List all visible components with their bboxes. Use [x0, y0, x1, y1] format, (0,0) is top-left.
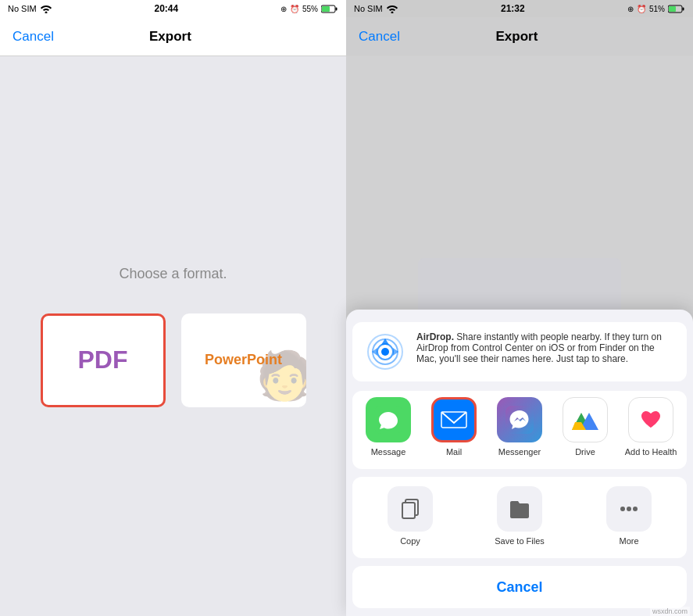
right-no-sim-label: No SIM [354, 4, 383, 13]
right-nav-bar: Cancel Export [346, 17, 693, 56]
action-row: Copy Save to Files [352, 477, 687, 558]
no-sim-label: No SIM [8, 4, 37, 13]
drive-app-icon [563, 397, 608, 442]
svg-rect-3 [322, 6, 330, 12]
choose-format-label: Choose a format. [119, 266, 227, 282]
left-cancel-button[interactable]: Cancel [13, 29, 54, 45]
messages-svg [374, 406, 402, 434]
right-battery-label: 51% [649, 5, 665, 13]
mail-app-icon [431, 397, 477, 442]
drive-label: Drive [575, 447, 595, 457]
messenger-svg [505, 406, 534, 434]
right-battery-icon [668, 5, 685, 13]
health-app-icon [628, 397, 673, 442]
wifi-icon [40, 4, 52, 13]
more-icon [606, 486, 652, 532]
save-files-icon [497, 486, 542, 532]
format-cards: PDF PowerPoint 🧑 [41, 313, 306, 407]
svg-point-23 [620, 507, 625, 511]
right-time: 21:32 [501, 3, 525, 14]
app-item-messenger[interactable]: Messenger [492, 397, 547, 457]
copy-svg [398, 496, 423, 521]
watermark: wsxdn.com [650, 607, 690, 616]
app-row: Message Mail [352, 391, 687, 469]
share-sheet: AirDrop. Share instantly with people nea… [346, 310, 693, 616]
messenger-label: Messenger [498, 447, 541, 457]
messenger-app-icon [497, 397, 542, 442]
right-alarm-icon: ⏰ [637, 5, 646, 13]
svg-rect-22 [402, 503, 415, 518]
right-wifi-icon [386, 4, 398, 13]
left-status-right: ⊕ ⏰ 55% [280, 5, 338, 13]
copy-icon [388, 486, 433, 532]
pdf-label: PDF [78, 346, 128, 374]
health-label: Add to Health [625, 447, 677, 457]
svg-point-4 [391, 12, 393, 14]
left-screen: No SIM 20:44 ⊕ ⏰ 55% Cancel Export Choos… [0, 0, 346, 616]
right-nav-title: Export [496, 29, 538, 45]
action-item-more[interactable]: More [598, 486, 660, 546]
mail-label: Mail [446, 447, 462, 457]
mail-svg [440, 409, 468, 431]
save-files-label: Save to Files [495, 536, 545, 546]
messages-label: Message [371, 447, 406, 457]
left-status-bar: No SIM 20:44 ⊕ ⏰ 55% [0, 0, 346, 17]
more-svg [616, 496, 641, 521]
app-item-mail[interactable]: Mail [427, 397, 481, 457]
svg-point-0 [45, 12, 47, 14]
powerpoint-format-card[interactable]: PowerPoint 🧑 [181, 313, 306, 407]
svg-point-11 [381, 348, 389, 356]
location-icon: ⊕ [280, 5, 287, 13]
svg-rect-2 [336, 7, 338, 10]
app-item-drive[interactable]: Drive [558, 397, 613, 457]
svg-point-25 [633, 507, 638, 511]
right-status-carrier: No SIM [354, 4, 398, 13]
health-svg [637, 406, 665, 434]
airdrop-text: AirDrop. Share instantly with people nea… [416, 331, 674, 367]
right-location-icon: ⊕ [627, 5, 634, 13]
airdrop-section[interactable]: AirDrop. Share instantly with people nea… [352, 322, 687, 381]
right-cancel-button[interactable]: Cancel [359, 29, 400, 45]
left-time: 20:44 [154, 3, 178, 14]
app-item-health[interactable]: Add to Health [623, 397, 678, 457]
airdrop-title: AirDrop. Share instantly with people nea… [416, 331, 674, 364]
messages-app-icon [366, 397, 411, 442]
right-status-bar: No SIM 21:32 ⊕ ⏰ 51% [346, 0, 693, 17]
battery-label: 55% [302, 5, 318, 13]
app-item-messages[interactable]: Message [361, 397, 416, 457]
svg-rect-6 [683, 7, 684, 10]
airdrop-icon [365, 331, 405, 372]
battery-icon [321, 5, 338, 13]
right-screen: No SIM 21:32 ⊕ ⏰ 51% Cancel Export [346, 0, 693, 616]
svg-rect-7 [669, 6, 676, 12]
drive-svg [570, 406, 600, 433]
left-content: Choose a format. PDF PowerPoint 🧑 [0, 56, 346, 616]
pdf-format-card[interactable]: PDF [41, 313, 166, 407]
left-nav-title: Export [149, 29, 191, 45]
left-status-carrier: No SIM [8, 4, 52, 13]
alarm-icon: ⏰ [290, 5, 299, 13]
left-nav-bar: Cancel Export [0, 17, 346, 56]
more-label: More [619, 536, 638, 546]
sheet-cancel-label: Cancel [496, 579, 542, 596]
save-files-svg [507, 496, 532, 521]
copy-label: Copy [400, 536, 420, 546]
action-item-save-files[interactable]: Save to Files [488, 486, 551, 546]
airdrop-svg [366, 332, 405, 371]
powerpoint-label: PowerPoint [205, 352, 282, 368]
action-item-copy[interactable]: Copy [379, 486, 441, 546]
right-status-right: ⊕ ⏰ 51% [627, 5, 685, 13]
svg-point-24 [627, 507, 631, 511]
sheet-cancel-button[interactable]: Cancel [352, 566, 687, 608]
